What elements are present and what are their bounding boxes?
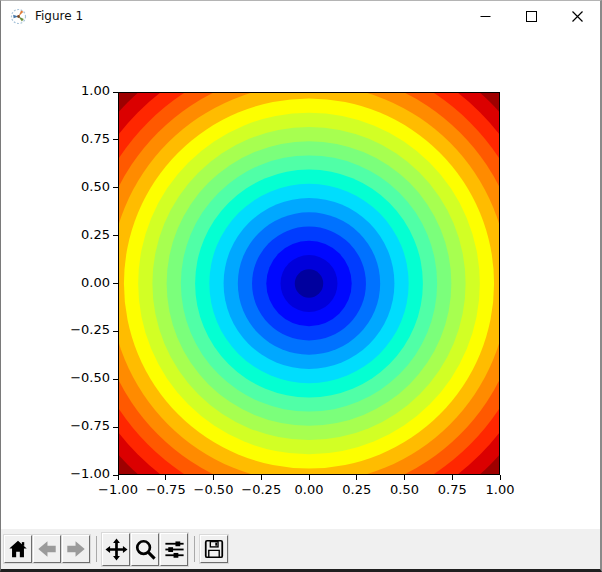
x-tick-mark (356, 475, 357, 480)
y-tick-mark (113, 187, 118, 188)
x-tick-mark (452, 475, 453, 480)
pan-arrows-icon (105, 538, 128, 561)
figure-canvas: −1.00−0.75−0.50−0.250.000.250.500.751.00… (1, 31, 600, 528)
y-tick-label: 0.25 (54, 227, 110, 242)
x-tick-mark (500, 475, 501, 480)
close-icon (572, 11, 583, 22)
x-tick-mark (404, 475, 405, 480)
toolbar-separator (96, 536, 97, 562)
window-title: Figure 1 (35, 9, 83, 23)
y-tick-mark (113, 235, 118, 236)
y-tick-mark (113, 331, 118, 332)
axes-area: −1.00−0.75−0.50−0.250.000.250.500.751.00… (118, 92, 500, 475)
home-icon (7, 538, 29, 560)
x-tick-mark (261, 475, 262, 480)
x-tick-label: −0.50 (194, 482, 234, 497)
zoom-button[interactable] (131, 533, 159, 566)
pan-button[interactable] (102, 533, 130, 566)
configure-subplots-button[interactable] (160, 533, 188, 566)
save-button[interactable] (200, 535, 228, 563)
y-tick-mark (113, 92, 118, 93)
x-tick-label: 1.00 (486, 482, 515, 497)
y-tick-mark (113, 379, 118, 380)
y-tick-label: −0.25 (54, 322, 110, 337)
home-button[interactable] (4, 535, 32, 563)
maximize-icon (526, 11, 537, 22)
y-tick-label: 0.50 (54, 179, 110, 194)
y-tick-mark (113, 139, 118, 140)
y-tick-mark (113, 475, 118, 476)
forward-button[interactable] (62, 535, 90, 563)
y-tick-label: −0.50 (54, 370, 110, 385)
back-button[interactable] (33, 535, 61, 563)
minimize-button[interactable] (462, 1, 508, 31)
y-tick-mark (113, 427, 118, 428)
y-tick-label: 0.00 (54, 275, 110, 290)
x-tick-label: 0.00 (295, 482, 324, 497)
y-tick-label: 0.75 (54, 131, 110, 146)
y-tick-label: 1.00 (54, 83, 110, 98)
toolbar-separator (194, 536, 195, 562)
titlebar[interactable]: Figure 1 (1, 1, 600, 31)
x-tick-label: −0.25 (241, 482, 281, 497)
back-arrow-icon (36, 538, 58, 560)
navigation-toolbar (1, 529, 600, 569)
x-tick-label: −1.00 (98, 482, 138, 497)
x-tick-label: 0.75 (438, 482, 467, 497)
contour-band (295, 269, 323, 297)
y-tick-mark (113, 283, 118, 284)
x-tick-label: 0.50 (390, 482, 419, 497)
x-tick-mark (118, 475, 119, 480)
x-tick-mark (213, 475, 214, 480)
minimize-icon (480, 11, 491, 22)
x-tick-label: −0.75 (146, 482, 186, 497)
contour-plot (118, 92, 500, 475)
x-tick-mark (309, 475, 310, 480)
y-tick-label: −1.00 (54, 466, 110, 481)
sliders-icon (163, 538, 186, 561)
forward-arrow-icon (65, 538, 87, 560)
close-button[interactable] (554, 1, 600, 31)
floppy-disk-icon (203, 538, 225, 560)
caption-buttons (462, 1, 600, 31)
figure-window: Figure 1 −1.00−0.75−0.50−0.250.000. (0, 0, 602, 572)
y-tick-label: −0.75 (54, 418, 110, 433)
matplotlib-logo-icon (10, 8, 27, 25)
maximize-button[interactable] (508, 1, 554, 31)
magnifier-icon (134, 538, 157, 561)
x-tick-label: 0.25 (342, 482, 371, 497)
x-tick-mark (165, 475, 166, 480)
